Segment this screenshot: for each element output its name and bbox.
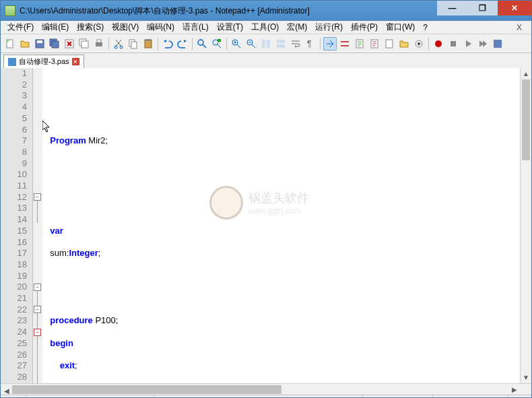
show-all-chars-icon[interactable]: ¶ [304, 37, 317, 51]
replace-icon[interactable] [210, 37, 224, 51]
fold-toggle[interactable]: − [34, 284, 41, 291]
line-number: 28 [1, 372, 27, 383]
find-icon[interactable] [195, 37, 209, 51]
line-number: 2 [1, 79, 27, 91]
copy-icon[interactable] [127, 37, 140, 51]
svg-rect-10 [97, 40, 101, 42]
scroll-corner [520, 384, 531, 395]
svg-rect-8 [81, 41, 88, 48]
svg-rect-14 [131, 42, 137, 48]
line-number: 25 [1, 338, 27, 350]
folder-icon[interactable] [397, 37, 411, 51]
horizontal-scroll-row: ◀ ▶ [1, 383, 531, 395]
title-bar: C:\Users\Administrator\Desktop\脚本\自动修理-3… [1, 1, 531, 21]
indent-guide-icon[interactable] [323, 37, 337, 51]
menu-view[interactable]: 视图(V) [108, 22, 143, 33]
zoom-out-icon[interactable] [244, 37, 258, 51]
menu-macro[interactable]: 宏(M) [283, 22, 311, 33]
maximize-button[interactable]: ❐ [467, 1, 498, 15]
zoom-in-icon[interactable] [230, 37, 243, 51]
open-file-icon[interactable] [18, 37, 32, 51]
svg-rect-25 [277, 44, 285, 48]
window-title: C:\Users\Administrator\Desktop\脚本\自动修理-3… [20, 5, 437, 17]
func-list-icon[interactable] [383, 37, 396, 51]
svg-point-34 [435, 40, 442, 47]
horizontal-scrollbar[interactable]: ◀ ▶ [1, 384, 520, 395]
print-icon[interactable] [92, 37, 106, 51]
editor-area: 1234567891011121314151617181920212223242… [1, 68, 531, 383]
sync-v-icon[interactable] [259, 37, 273, 51]
wrap-icon[interactable] [289, 37, 302, 51]
close-file-icon[interactable] [63, 37, 76, 51]
minimize-button[interactable]: — [437, 1, 467, 15]
save-all-icon[interactable] [48, 37, 61, 51]
save-icon[interactable] [33, 37, 46, 51]
record-macro-icon[interactable] [432, 37, 445, 51]
fold-toggle[interactable]: − [34, 329, 41, 336]
doc-list-icon[interactable] [368, 37, 381, 51]
file-tab-label: 自动修理-3.pas [19, 57, 69, 67]
line-number: 11 [1, 180, 27, 192]
monitor-icon[interactable] [412, 37, 426, 51]
fold-toggle[interactable]: − [34, 193, 41, 201]
doc-map-icon[interactable] [353, 37, 366, 51]
paste-icon[interactable] [141, 37, 155, 51]
scroll-up-icon[interactable]: ▲ [521, 68, 531, 79]
svg-rect-35 [451, 41, 456, 46]
line-number: 18 [1, 259, 27, 271]
file-tab[interactable]: 自动修理-3.pas ✕ [3, 55, 84, 68]
svg-rect-3 [37, 40, 42, 43]
run-multi-icon[interactable] [476, 37, 490, 51]
svg-point-33 [418, 42, 420, 45]
menu-encoding[interactable]: 编码(N) [143, 22, 178, 33]
line-number: 26 [1, 350, 27, 361]
menu-help[interactable]: ? [419, 23, 432, 32]
scroll-left-icon[interactable]: ◀ [1, 385, 12, 397]
menu-close-doc[interactable]: X [510, 23, 529, 32]
close-button[interactable]: ✕ [498, 1, 531, 15]
menu-plugins[interactable]: 插件(P) [347, 22, 382, 33]
scrollbar-thumb[interactable] [522, 79, 530, 160]
app-icon [5, 5, 15, 16]
undo-icon[interactable] [161, 37, 174, 51]
line-number: 21 [1, 293, 27, 304]
line-number: 14 [1, 214, 27, 226]
stop-macro-icon[interactable] [446, 37, 460, 51]
menu-bar: 文件(F) 编辑(E) 搜索(S) 视图(V) 编码(N) 语言(L) 设置(T… [1, 21, 531, 34]
sync-h-icon[interactable] [274, 37, 288, 51]
line-number: 20 [1, 281, 27, 293]
svg-rect-9 [96, 42, 102, 46]
toolbar: ¶ [1, 34, 531, 53]
line-number: 17 [1, 248, 27, 259]
redo-icon[interactable] [176, 37, 189, 51]
svg-rect-22 [262, 40, 265, 48]
fold-line [37, 201, 38, 223]
menu-search[interactable]: 搜索(S) [73, 22, 108, 33]
play-macro-icon[interactable] [461, 37, 475, 51]
menu-window[interactable]: 窗口(W) [382, 22, 419, 33]
fold-toggle[interactable]: − [34, 306, 41, 313]
menu-run[interactable]: 运行(R) [311, 22, 347, 33]
menu-language[interactable]: 语言(L) [178, 22, 213, 33]
svg-rect-31 [386, 40, 393, 48]
save-macro-icon[interactable] [491, 37, 504, 51]
line-number: 23 [1, 315, 27, 327]
tab-close-icon[interactable]: ✕ [72, 58, 79, 65]
menu-file[interactable]: 文件(F) [3, 22, 38, 33]
file-tab-icon [8, 58, 16, 66]
svg-point-17 [198, 40, 203, 45]
new-file-icon[interactable] [3, 37, 17, 51]
scroll-down-icon[interactable]: ▼ [521, 372, 531, 383]
close-all-icon[interactable] [77, 37, 91, 51]
svg-rect-1 [7, 40, 9, 42]
menu-settings[interactable]: 设置(T) [213, 22, 247, 33]
scrollbar-thumb[interactable] [12, 385, 281, 394]
scroll-right-icon[interactable]: ▶ [508, 384, 520, 395]
vertical-scrollbar[interactable]: ▲ ▼ [520, 68, 531, 383]
cut-icon[interactable] [112, 37, 125, 51]
code-area[interactable]: Program Mir2; var sum:Integer; procedure… [42, 68, 520, 383]
line-number: 13 [1, 203, 27, 214]
menu-tools[interactable]: 工具(O) [247, 22, 283, 33]
menu-edit[interactable]: 编辑(E) [38, 22, 73, 33]
udl-icon[interactable] [338, 37, 352, 51]
